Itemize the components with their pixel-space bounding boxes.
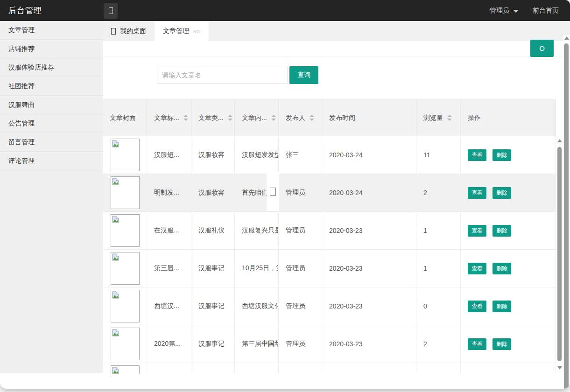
table-body: 汉服短... 汉服妆容 汉服短发发型 张三 2020-03-24 11 查看 删… bbox=[103, 136, 556, 374]
column-header-category: 文章类... bbox=[191, 100, 235, 136]
views-cell: 1 bbox=[416, 250, 461, 287]
title-cell: 明制发... bbox=[147, 174, 191, 211]
table-scrollbar[interactable] bbox=[556, 136, 563, 373]
tab-close-icon[interactable]: so bbox=[193, 28, 200, 35]
title-cell: 2020第... bbox=[147, 325, 191, 363]
delete-button[interactable]: 删除 bbox=[493, 149, 511, 161]
scrollbar-thumb[interactable] bbox=[557, 147, 562, 361]
date-cell: 2020-03-23 bbox=[322, 250, 416, 287]
broken-image-icon bbox=[111, 176, 140, 209]
title-cell: 汉服短... bbox=[147, 136, 191, 174]
publisher-cell: 管理员 bbox=[279, 174, 322, 211]
refresh-button[interactable]: O bbox=[530, 40, 554, 57]
sort-icons[interactable] bbox=[447, 115, 452, 121]
table-row: 2020第... 汉服事记 第三届中国华 管理员 2020-03-23 2 查看… bbox=[103, 325, 556, 363]
cover-cell bbox=[103, 136, 147, 174]
broken-image-icon bbox=[111, 214, 140, 247]
sidebar-item-messages[interactable]: 留言管理 bbox=[0, 133, 103, 152]
actions-cell: 查看 删除 bbox=[461, 250, 556, 287]
column-header-date: 发布时间 bbox=[322, 100, 416, 136]
user-dropdown[interactable]: 管理员 bbox=[490, 7, 519, 15]
content-cell: 汉服复兴只是 bbox=[235, 212, 279, 249]
view-button[interactable]: 查看 bbox=[468, 301, 486, 312]
chevron-down-icon bbox=[513, 10, 519, 13]
table-row: 第三届... 汉服事记 10月25日，第 管理员 2020-03-23 1 查看… bbox=[103, 250, 556, 287]
search-button[interactable]: 查询 bbox=[289, 66, 318, 84]
broken-image-icon bbox=[111, 328, 140, 360]
view-button[interactable]: 查看 bbox=[468, 338, 486, 350]
scroll-up-icon[interactable] bbox=[556, 139, 563, 142]
broken-image-icon bbox=[111, 290, 140, 322]
cover-cell bbox=[103, 287, 147, 325]
views-cell: 11 bbox=[416, 136, 461, 174]
sidebar-item-experience-shop[interactable]: 汉服体验店推荐 bbox=[0, 58, 103, 77]
sidebar-item-announcements[interactable]: 公告管理 bbox=[0, 114, 103, 133]
view-button[interactable]: 查看 bbox=[468, 149, 486, 161]
category-cell: 汉服事记 bbox=[191, 287, 235, 325]
views-cell: 0 bbox=[416, 287, 461, 325]
sidebar-item-articles[interactable]: 文章管理 bbox=[0, 21, 103, 40]
tab-article-management[interactable]: 文章管理 so bbox=[155, 21, 209, 41]
content-cell: 西塘汉服文化 bbox=[235, 287, 279, 325]
delete-button[interactable]: 删除 bbox=[493, 263, 511, 274]
title-cell: 在汉服... bbox=[147, 212, 191, 249]
sort-icons[interactable] bbox=[183, 115, 188, 121]
cover-cell bbox=[103, 174, 147, 211]
main-area: 我的桌面 文章管理 so O 查询 文章封面 文 bbox=[103, 21, 570, 389]
broken-image-icon bbox=[111, 365, 140, 374]
table-row: 明制发... 汉服妆容 首先咱们 管理员 2020-03-24 2 查看 删除 bbox=[103, 174, 556, 212]
delete-button[interactable]: 删除 bbox=[493, 301, 511, 312]
date-cell: 2020-03-23 bbox=[322, 212, 416, 249]
search-input[interactable] bbox=[157, 67, 288, 84]
user-name: 管理员 bbox=[490, 7, 509, 15]
view-button[interactable]: 查看 bbox=[468, 187, 486, 199]
sort-icons[interactable] bbox=[228, 115, 232, 121]
publisher-cell: 张三 bbox=[279, 136, 322, 174]
category-cell: 汉服事记 bbox=[191, 325, 235, 363]
content-cell: 汉服短发发型 bbox=[235, 136, 279, 174]
app-title: 后台管理 bbox=[0, 5, 104, 16]
publisher-cell: 管理员 bbox=[279, 287, 322, 325]
content-cell: 10月25日，第 bbox=[235, 250, 279, 287]
tab-label: 我的桌面 bbox=[120, 27, 146, 35]
actions-cell: 查看 删除 bbox=[461, 212, 556, 249]
delete-button[interactable]: 删除 bbox=[493, 225, 511, 237]
scroll-down-icon[interactable] bbox=[556, 366, 563, 370]
column-header-views: 浏览量 bbox=[416, 100, 461, 136]
category-cell: 汉服妆容 bbox=[191, 174, 235, 211]
sort-icons[interactable] bbox=[271, 115, 276, 121]
sort-icons[interactable] bbox=[310, 115, 314, 121]
delete-button[interactable]: 删除 bbox=[493, 187, 511, 199]
sidebar: 文章管理 店铺推荐 汉服体验店推荐 社团推荐 汉服舞曲 公告管理 留言管理 评论… bbox=[0, 21, 103, 373]
table-row: 在汉服... 汉服礼仪 汉服复兴只是 管理员 2020-03-23 1 查看 删… bbox=[103, 212, 556, 250]
column-header-publisher: 发布人 bbox=[279, 100, 322, 136]
scroll-up-icon[interactable] bbox=[563, 36, 570, 40]
sidebar-item-dance-music[interactable]: 汉服舞曲 bbox=[0, 96, 103, 114]
cover-cell bbox=[103, 212, 147, 249]
sidebar-item-clubs[interactable]: 社团推荐 bbox=[0, 77, 103, 96]
actions-cell: 查看 删除 bbox=[461, 287, 556, 325]
category-cell: 汉服礼仪 bbox=[191, 212, 235, 249]
tab-my-desktop[interactable]: 我的桌面 bbox=[103, 21, 155, 41]
top-bar: 后台管理 管理员 前台首页 bbox=[0, 0, 570, 21]
category-cell: 汉服妆容 bbox=[191, 136, 235, 174]
views-cell: 2 bbox=[416, 325, 461, 363]
view-button[interactable]: 查看 bbox=[468, 263, 486, 274]
outer-scrollbar[interactable] bbox=[563, 35, 570, 389]
search-form: 查询 bbox=[157, 67, 570, 84]
sidebar-item-comments[interactable]: 评论管理 bbox=[0, 152, 103, 170]
view-button[interactable]: 查看 bbox=[468, 225, 486, 237]
frontend-home-link[interactable]: 前台首页 bbox=[533, 7, 559, 15]
actions-cell: 查看 删除 bbox=[461, 325, 556, 363]
date-cell: 2020-03-23 bbox=[322, 287, 416, 325]
content-panel: O 查询 文章封面 文章标... 文章类... bbox=[103, 41, 570, 373]
scrollbar-thumb[interactable] bbox=[564, 43, 569, 389]
sidebar-toggle-button[interactable] bbox=[104, 3, 118, 19]
title-cell: 西塘汉... bbox=[147, 287, 191, 325]
publisher-cell: 管理员 bbox=[279, 250, 322, 287]
tooltip-artifact bbox=[267, 172, 279, 211]
delete-button[interactable]: 删除 bbox=[493, 338, 511, 350]
toolbar: O bbox=[103, 41, 570, 56]
date-cell: 2020-03-24 bbox=[322, 174, 416, 211]
sidebar-item-shops[interactable]: 店铺推荐 bbox=[0, 40, 103, 58]
